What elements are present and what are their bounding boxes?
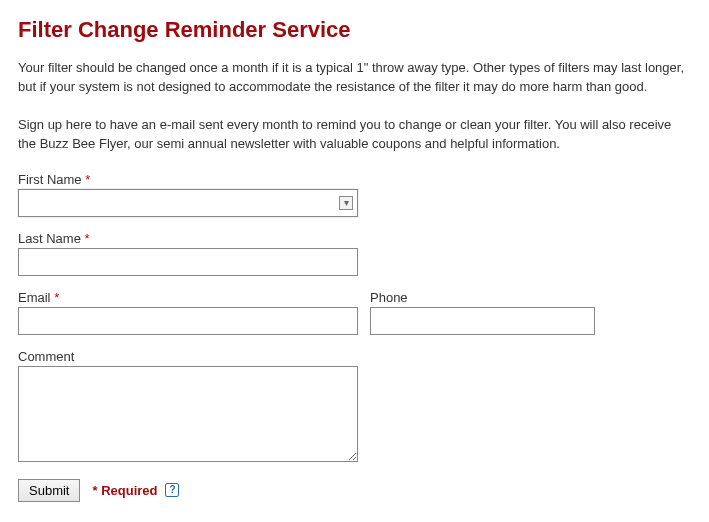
- comment-label-text: Comment: [18, 349, 74, 364]
- intro-paragraph-1: Your filter should be changed once a mon…: [18, 58, 691, 97]
- email-field: Email *: [18, 290, 358, 335]
- comment-field: Comment: [18, 349, 691, 465]
- intro-paragraph-2: Sign up here to have an e-mail sent ever…: [18, 115, 691, 154]
- page-title: Filter Change Reminder Service: [18, 16, 691, 44]
- required-note: * Required: [92, 483, 157, 498]
- phone-label-text: Phone: [370, 290, 408, 305]
- comment-input[interactable]: [18, 366, 358, 462]
- required-star: *: [85, 172, 90, 187]
- phone-input[interactable]: [370, 307, 595, 335]
- last-name-label: Last Name *: [18, 231, 691, 246]
- first-name-label: First Name *: [18, 172, 691, 187]
- phone-label: Phone: [370, 290, 595, 305]
- first-name-input[interactable]: [18, 189, 358, 217]
- phone-field: Phone: [370, 290, 595, 335]
- first-name-label-text: First Name: [18, 172, 82, 187]
- help-icon[interactable]: ?: [165, 483, 179, 497]
- required-star: *: [85, 231, 90, 246]
- last-name-input[interactable]: [18, 248, 358, 276]
- last-name-label-text: Last Name: [18, 231, 81, 246]
- signup-form: First Name * ▾ Last Name * Email * Phone: [18, 172, 691, 502]
- email-input[interactable]: [18, 307, 358, 335]
- first-name-field: First Name * ▾: [18, 172, 691, 217]
- email-label-text: Email: [18, 290, 51, 305]
- comment-label: Comment: [18, 349, 691, 364]
- email-label: Email *: [18, 290, 358, 305]
- submit-button[interactable]: Submit: [18, 479, 80, 502]
- required-star: *: [54, 290, 59, 305]
- last-name-field: Last Name *: [18, 231, 691, 276]
